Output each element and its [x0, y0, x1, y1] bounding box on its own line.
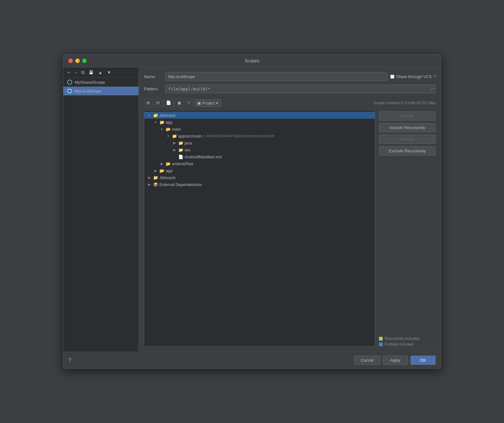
scope-list: MySharedScope MyLocalScope [63, 78, 139, 352]
legend-item-partial: Partially included [379, 342, 413, 347]
project-dropdown-label: Project [202, 101, 215, 105]
tree-toggle-icon[interactable]: ▶ [147, 176, 152, 180]
tree-toggle-icon[interactable]: ▾ [153, 120, 158, 124]
tree-toggle-icon[interactable]: ▾ [166, 134, 171, 138]
tree-toggle-icon[interactable]: ▾ [147, 113, 152, 117]
tree-and-actions: ▾ 📁 Jetsnack ▾ 📁 app ▾ [144, 110, 436, 347]
remove-scope-button[interactable]: − [73, 69, 78, 76]
folder-config-icon: 📂 [166, 127, 171, 132]
pattern-label: Pattern: [144, 87, 163, 91]
tree-row[interactable]: 📄 AndroidManifest.xml [144, 153, 375, 160]
tree-toggle-icon[interactable]: ▶ [172, 141, 177, 145]
project-dropdown-icon: ▣ [197, 101, 201, 105]
pattern-row: Pattern: ⤢ [144, 85, 436, 93]
close-button[interactable] [68, 59, 73, 63]
move-up-button[interactable]: ▲ [96, 69, 104, 76]
shared-scope-icon [67, 80, 72, 85]
tree-row[interactable]: ▾ 📂 main [144, 126, 375, 133]
ok-button[interactable]: OK [410, 356, 436, 365]
sidebar-item-my-local-scope[interactable]: MyLocalScope [63, 87, 139, 95]
folder-icon: 📁 [172, 133, 177, 138]
tree-node-label: Jetsnack [159, 175, 175, 180]
filter-button[interactable]: ▽ [185, 99, 193, 107]
flatten-packages-button[interactable]: ⊞ [144, 99, 152, 107]
exclude-button[interactable]: Exclude [379, 135, 436, 144]
move-down-button[interactable]: ▼ [105, 69, 113, 76]
dropdown-arrow-icon: ▾ [216, 101, 218, 105]
name-label: Name: [144, 74, 163, 79]
recursive-color-swatch [379, 337, 383, 341]
title-bar: Scopes [63, 54, 441, 67]
name-input[interactable] [165, 72, 388, 81]
sidebar-item-my-shared-scope[interactable]: MySharedScope [63, 78, 139, 87]
tree-row[interactable]: ▶ 📂 androidTest [144, 160, 375, 167]
minimize-button[interactable] [75, 59, 80, 63]
recursive-label: Recursively included [385, 336, 419, 341]
sidebar-item-label: MyLocalScope [75, 89, 101, 93]
legend-item-recursive: Recursively included [379, 336, 419, 341]
file-tree[interactable]: ▾ 📁 Jetsnack ▾ 📁 app ▾ [144, 110, 375, 347]
tree-toggle-icon[interactable]: ▶ [153, 169, 158, 173]
share-vcs-label: Share through VCS [396, 74, 432, 79]
actions-panel: Include Include Recursively Exclude Excl… [379, 110, 436, 347]
cancel-button[interactable]: Cancel [354, 356, 380, 365]
tree-row[interactable]: ▶ 📁 java [144, 139, 375, 146]
manifest-file-icon: 📄 [178, 154, 183, 159]
name-row: Name: Share through VCS ? [144, 72, 436, 81]
main-content: Name: Share through VCS ? Pattern: ⤢ ⊞ [139, 67, 441, 352]
tree-node-label: res [185, 148, 190, 152]
add-scope-button[interactable]: + [66, 69, 72, 76]
tree-row[interactable]: ▾ 📁 app [144, 119, 375, 126]
dialog-footer: ? Cancel Apply OK [63, 352, 441, 369]
copy-scope-button[interactable]: ⧉ [80, 69, 86, 76]
apply-button[interactable]: Apply [383, 356, 408, 365]
tree-node-label: app [166, 168, 173, 173]
tree-node-label: External Dependencies [159, 182, 202, 187]
share-vcs-checkbox[interactable] [390, 75, 394, 79]
exclude-recursively-button[interactable]: Exclude Recursively [379, 146, 436, 155]
save-scope-button[interactable]: 💾 [87, 70, 95, 75]
tree-row[interactable]: ▾ 📁 Jetsnack [144, 112, 375, 119]
tree-toggle-icon[interactable]: ▶ [172, 148, 177, 152]
window-controls [68, 59, 87, 63]
show-only-included-button[interactable]: 📄 [163, 99, 174, 107]
show-modules-button[interactable]: ▣ [175, 99, 184, 107]
pattern-input[interactable] [165, 85, 436, 93]
folder-icon: 📁 [153, 175, 158, 180]
sidebar: + − ⧉ 💾 ▲ ▼ MySharedScope MyLocalScope [63, 67, 139, 352]
tree-toggle-icon[interactable]: ▶ [147, 183, 152, 187]
help-button[interactable]: ? [68, 358, 71, 363]
tree-node-label: main [172, 127, 181, 132]
tree-toggle-icon[interactable]: ▶ [159, 162, 164, 166]
folder-config-icon: 📂 [159, 168, 164, 173]
local-scope-icon [67, 88, 72, 93]
folder-icon: 📁 [178, 147, 183, 152]
sidebar-toolbar: + − ⧉ 💾 ▲ ▼ [63, 67, 139, 78]
tree-row[interactable]: ▶ 📂 app [144, 167, 375, 174]
folder-icon: 📁 [153, 113, 158, 118]
partial-label: Partially included [385, 342, 413, 347]
tree-node-label: androidTest [172, 161, 193, 166]
include-button[interactable]: Include [379, 111, 436, 121]
maximize-button[interactable] [82, 59, 87, 63]
tree-row[interactable]: ▶ 📦 External Dependencies [144, 181, 375, 188]
project-dropdown[interactable]: ▣ Project ▾ [194, 99, 221, 107]
include-recursively-button[interactable]: Include Recursively [379, 123, 436, 132]
collapse-all-button[interactable]: ⊟ [154, 99, 162, 107]
deps-folder-icon: 📦 [153, 182, 158, 187]
tree-toggle-icon[interactable]: ▾ [159, 127, 164, 131]
tree-row[interactable]: ▶ 📁 Jetsnack [144, 174, 375, 181]
vcs-share-row: Share through VCS ? [390, 74, 436, 79]
tree-node-label: Jetsnack [159, 113, 175, 118]
folder-icon: 📁 [159, 120, 164, 125]
tree-row[interactable]: ▶ 📁 res [144, 146, 375, 153]
folder-config-icon: 📂 [166, 161, 171, 166]
tree-node-path: (~/AndroidStudioProjects/compose-sample [202, 134, 274, 138]
pattern-expand-button[interactable]: ⤢ [430, 87, 434, 92]
dialog-body: + − ⧉ 💾 ▲ ▼ MySharedScope MyLocalScope [63, 67, 441, 352]
dialog-title: Scopes [245, 58, 260, 63]
tree-node-label: app/src/main [178, 134, 202, 138]
share-vcs-help-icon[interactable]: ? [433, 75, 436, 79]
tree-row[interactable]: ▾ 📁 app/src/main (~/AndroidStudioProject… [144, 133, 375, 139]
sidebar-item-label: MySharedScope [75, 80, 105, 85]
